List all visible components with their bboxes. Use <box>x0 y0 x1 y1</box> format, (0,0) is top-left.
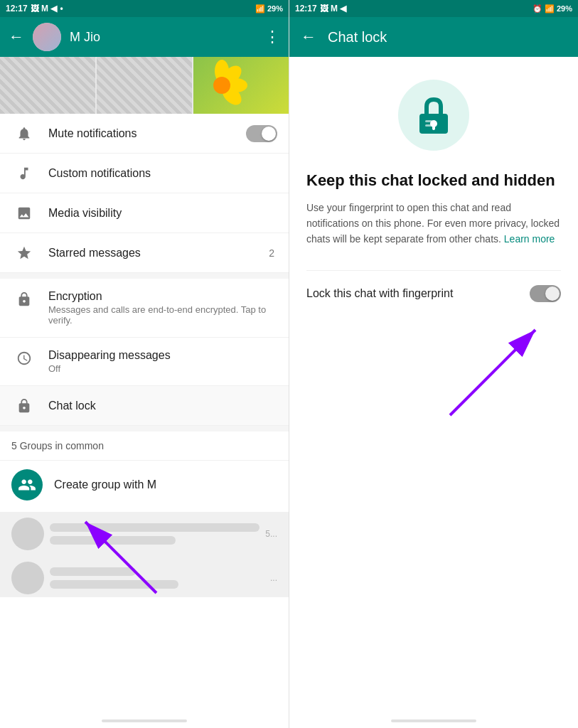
notification-icon: 🖼 M ◀ <box>31 4 58 14</box>
left-header: ← M Jio ⋮ <box>0 17 289 57</box>
dot-icon: • <box>60 4 63 14</box>
right-status-left: 12:17 🖼 M ◀ <box>295 4 346 14</box>
media-visibility-content: Media visibility <box>48 207 277 220</box>
menu-button[interactable]: ⋮ <box>264 28 280 46</box>
create-group-item[interactable]: Create group with M <box>0 461 289 509</box>
settings-list: Mute notifications Custom notifications … <box>0 114 289 714</box>
timer-icon <box>11 350 37 366</box>
status-bar-right: 📶 29% <box>255 4 283 14</box>
blur-line-1 <box>50 523 259 532</box>
music-icon <box>11 166 37 181</box>
blurred-time-2: ... <box>270 573 277 583</box>
media-thumb-3 <box>193 57 289 114</box>
starred-messages-label: Starred messages <box>48 247 269 259</box>
battery-right: 29% <box>557 4 572 13</box>
bottom-bar-left <box>102 719 187 722</box>
mute-notifications-item[interactable]: Mute notifications <box>0 114 289 154</box>
disappearing-messages-sublabel: Off <box>48 363 277 374</box>
media-visibility-item[interactable]: Media visibility <box>0 193 289 233</box>
chatlock-icon <box>11 398 37 414</box>
starred-messages-content: Starred messages <box>48 247 269 259</box>
avatar <box>33 23 61 51</box>
chat-lock-title: Keep this chat locked and hidden <box>306 171 555 191</box>
chat-lock-screen: Keep this chat locked and hidden Use you… <box>289 57 578 714</box>
blur-line-2 <box>50 536 176 545</box>
starred-count: 2 <box>269 247 277 259</box>
custom-notifications-content: Custom notifications <box>48 167 277 180</box>
chat-lock-description: Use your fingerprint to open this chat a… <box>306 200 561 247</box>
blurred-time-1: 5... <box>265 529 277 539</box>
media-thumb-2 <box>97 57 192 114</box>
left-status-bar: 12:17 🖼 M ◀ • 📶 29% <box>0 0 289 17</box>
right-notif-icons: 🖼 M ◀ <box>320 4 347 14</box>
wifi-icon: 📶 <box>545 4 555 14</box>
status-bar-left: 12:17 🖼 M ◀ • <box>6 4 63 14</box>
time-right: 12:17 <box>295 4 317 14</box>
left-panel: 12:17 🖼 M ◀ • 📶 29% ← M Jio ⋮ <box>0 0 289 728</box>
star-icon <box>11 245 37 261</box>
blur-lines-1 <box>50 523 259 545</box>
battery-left: 29% <box>267 4 283 13</box>
lock-option-row: Lock this chat with fingerprint <box>306 270 561 316</box>
chat-lock-content-item: Chat lock <box>48 400 277 412</box>
right-status-bar: 12:17 🖼 M ◀ ⏰ 📶 29% <box>289 0 578 17</box>
media-preview-area <box>0 57 289 114</box>
custom-notifications-item[interactable]: Custom notifications <box>0 154 289 193</box>
right-panel: 12:17 🖼 M ◀ ⏰ 📶 29% ← Chat lock <box>289 0 578 728</box>
blur-avatar-1 <box>11 518 44 550</box>
custom-notifications-label: Custom notifications <box>48 167 277 180</box>
svg-rect-10 <box>425 120 432 122</box>
mute-notifications-content: Mute notifications <box>48 127 246 140</box>
fingerprint-toggle[interactable] <box>530 285 561 302</box>
blur-line-3 <box>50 567 136 576</box>
lock-icon-wrapper <box>398 80 469 151</box>
svg-point-4 <box>213 77 230 94</box>
blur-avatar-2 <box>11 562 44 594</box>
bottom-bar-right <box>391 719 476 722</box>
blur-line-4 <box>50 580 178 589</box>
back-button-right[interactable]: ← <box>301 28 316 46</box>
learn-more-link[interactable]: Learn more <box>504 233 555 245</box>
svg-rect-11 <box>425 124 435 127</box>
lock-option-label: Lock this chat with fingerprint <box>306 287 453 300</box>
signal-icon: 📶 <box>255 4 265 14</box>
starred-messages-item[interactable]: Starred messages 2 <box>0 233 289 273</box>
right-header: ← Chat lock <box>289 17 578 57</box>
mute-notifications-label: Mute notifications <box>48 127 246 140</box>
media-thumb-1 <box>0 57 95 114</box>
back-button-left[interactable]: ← <box>9 28 24 46</box>
create-group-label: Create group with M <box>54 478 156 491</box>
encryption-content: Encryption Messages and calls are end-to… <box>48 290 277 326</box>
mute-toggle[interactable] <box>246 125 277 142</box>
encryption-sublabel: Messages and calls are end-to-end encryp… <box>48 304 277 326</box>
bell-icon <box>11 126 37 141</box>
groups-section-label: 5 Groups in common <box>0 432 289 461</box>
disappearing-messages-content: Disappearing messages Off <box>48 349 277 374</box>
blur-lines-2 <box>50 567 264 589</box>
time-left: 12:17 <box>6 4 28 14</box>
disappearing-messages-label: Disappearing messages <box>48 349 277 362</box>
encryption-label: Encryption <box>48 290 277 303</box>
divider-2 <box>0 426 289 432</box>
right-header-title: Chat lock <box>328 29 387 46</box>
header-title-left: M Jio <box>70 30 256 45</box>
image-icon <box>11 205 37 221</box>
divider-1 <box>0 273 289 279</box>
group-icon <box>11 469 43 500</box>
disappearing-messages-item[interactable]: Disappearing messages Off <box>0 338 289 386</box>
encryption-lock-icon <box>11 291 37 307</box>
chat-lock-label: Chat lock <box>48 400 277 412</box>
right-status-right: ⏰ 📶 29% <box>532 4 572 14</box>
media-visibility-label: Media visibility <box>48 207 277 220</box>
chat-lock-item[interactable]: Chat lock <box>0 386 289 426</box>
encryption-item[interactable]: Encryption Messages and calls are end-to… <box>0 279 289 338</box>
blurred-preview-1: 5... ... <box>0 512 289 597</box>
alarm-icon: ⏰ <box>532 4 542 14</box>
avatar-image <box>33 23 61 51</box>
